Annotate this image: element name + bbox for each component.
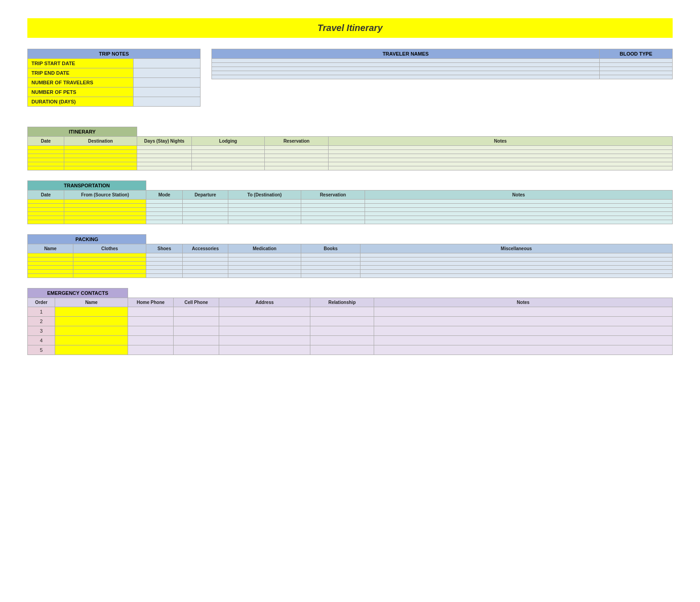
trip-note-value-1[interactable] xyxy=(133,68,200,78)
blood-type-3[interactable] xyxy=(600,71,673,75)
table-row xyxy=(28,200,673,204)
pack-col-clothes: Clothes xyxy=(73,244,146,253)
traveler-section: TRAVELER NAMES BLOOD TYPE xyxy=(211,49,673,107)
table-row xyxy=(28,146,673,150)
table-row xyxy=(28,266,673,270)
page-title: Travel Itinerary xyxy=(317,23,382,33)
emerg-order-4: 5 xyxy=(28,345,55,355)
trip-note-label-4: DURATION (DAYS) xyxy=(28,97,134,107)
trans-col-to: To (Destination) xyxy=(228,190,301,200)
trans-col-departure: Departure xyxy=(183,190,228,200)
itinerary-section: ITINERARY Date Destination Days (Stay) N… xyxy=(27,127,673,170)
trip-note-value-0[interactable] xyxy=(133,59,200,68)
table-row xyxy=(28,150,673,154)
blood-type-2[interactable] xyxy=(600,67,673,71)
emergency-section: EMERGENCY CONTACTS Order Name Home Phone… xyxy=(27,288,673,355)
table-row xyxy=(28,162,673,166)
packing-header: PACKING xyxy=(28,235,146,244)
table-row xyxy=(28,204,673,208)
trans-col-notes: Notes xyxy=(365,190,673,200)
traveler-name-4[interactable] xyxy=(212,75,600,79)
transportation-table: TRANSPORTATION Date From (Source Station… xyxy=(27,180,673,224)
pack-col-name: Name xyxy=(28,244,73,253)
emergency-header: EMERGENCY CONTACTS xyxy=(28,288,128,298)
emerg-order-3: 4 xyxy=(28,336,55,345)
itin-col-date: Date xyxy=(28,137,64,146)
itin-col-days: Days (Stay) Nights xyxy=(137,137,192,146)
table-row xyxy=(28,166,673,170)
pack-col-medication: Medication xyxy=(228,244,301,253)
pack-col-books: Books xyxy=(301,244,360,253)
emerg-col-address: Address xyxy=(219,298,310,307)
trip-note-label-3: NUMBER OF PETS xyxy=(28,87,134,97)
table-row: DURATION (DAYS) xyxy=(28,97,201,107)
trip-notes-table: TRIP NOTES TRIP START DATE TRIP END DATE… xyxy=(27,49,201,107)
trip-notes-section: TRIP NOTES TRIP START DATE TRIP END DATE… xyxy=(27,49,201,107)
transportation-header: TRANSPORTATION xyxy=(28,181,146,190)
trans-col-mode: Mode xyxy=(146,190,183,200)
table-row xyxy=(212,75,673,79)
itin-col-dest: Destination xyxy=(64,137,137,146)
table-row xyxy=(28,262,673,266)
transportation-section: TRANSPORTATION Date From (Source Station… xyxy=(27,180,673,224)
emerg-order-0: 1 xyxy=(28,307,55,317)
table-row: 5 xyxy=(28,345,673,355)
trans-col-from: From (Source Station) xyxy=(64,190,146,200)
trip-note-label-2: NUMBER OF TRAVELERS xyxy=(28,78,134,87)
table-row xyxy=(28,208,673,212)
table-row xyxy=(212,71,673,75)
table-row xyxy=(28,257,673,262)
table-row xyxy=(28,212,673,216)
table-row: TRIP START DATE xyxy=(28,59,201,68)
blood-type-1[interactable] xyxy=(600,63,673,67)
blood-type-header: BLOOD TYPE xyxy=(600,49,673,59)
table-row: NUMBER OF PETS xyxy=(28,87,201,97)
trip-note-value-2[interactable] xyxy=(133,78,200,87)
traveler-names-header: TRAVELER NAMES xyxy=(212,49,600,59)
table-row xyxy=(28,158,673,162)
emerg-col-cell: Cell Phone xyxy=(174,298,219,307)
itin-col-lodging: Lodging xyxy=(192,137,265,146)
trip-note-label-1: TRIP END DATE xyxy=(28,68,134,78)
trip-note-value-4[interactable] xyxy=(133,97,200,107)
trip-notes-header: TRIP NOTES xyxy=(28,49,201,59)
emergency-table: EMERGENCY CONTACTS Order Name Home Phone… xyxy=(27,288,673,355)
table-row xyxy=(212,63,673,67)
trans-col-reservation: Reservation xyxy=(301,190,365,200)
itinerary-table: ITINERARY Date Destination Days (Stay) N… xyxy=(27,127,673,170)
packing-table: PACKING Name Clothes Shoes Accessories M… xyxy=(27,234,673,278)
table-row xyxy=(212,59,673,63)
emerg-col-notes: Notes xyxy=(374,298,673,307)
trans-col-date: Date xyxy=(28,190,64,200)
table-row: TRIP END DATE xyxy=(28,68,201,78)
table-row xyxy=(28,220,673,224)
table-row: 4 xyxy=(28,336,673,345)
table-row xyxy=(28,154,673,158)
blood-type-0[interactable] xyxy=(600,59,673,63)
table-row xyxy=(28,253,673,257)
emerg-col-home: Home Phone xyxy=(128,298,174,307)
traveler-name-0[interactable] xyxy=(212,59,600,63)
table-row xyxy=(28,274,673,278)
itin-col-reservation: Reservation xyxy=(265,137,329,146)
table-row xyxy=(212,67,673,71)
pack-col-misc: Miscellaneous xyxy=(360,244,673,253)
table-row: 1 xyxy=(28,307,673,317)
emerg-col-order: Order xyxy=(28,298,55,307)
trip-note-value-3[interactable] xyxy=(133,87,200,97)
emerg-order-2: 3 xyxy=(28,326,55,336)
top-section: TRIP NOTES TRIP START DATE TRIP END DATE… xyxy=(27,49,673,117)
emerg-col-name: Name xyxy=(55,298,128,307)
emerg-col-relationship: Relationship xyxy=(310,298,374,307)
pack-col-shoes: Shoes xyxy=(146,244,183,253)
blood-type-4[interactable] xyxy=(600,75,673,79)
traveler-name-2[interactable] xyxy=(212,67,600,71)
table-row xyxy=(28,270,673,274)
trip-note-label-0: TRIP START DATE xyxy=(28,59,134,68)
table-row xyxy=(28,216,673,220)
page-title-banner: Travel Itinerary xyxy=(27,18,673,38)
traveler-name-3[interactable] xyxy=(212,71,600,75)
traveler-name-1[interactable] xyxy=(212,63,600,67)
table-row: 3 xyxy=(28,326,673,336)
traveler-table: TRAVELER NAMES BLOOD TYPE xyxy=(211,49,673,79)
